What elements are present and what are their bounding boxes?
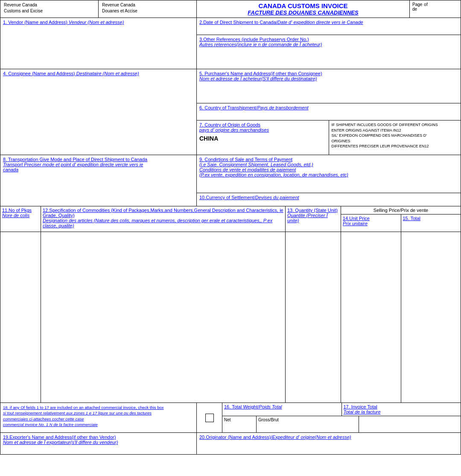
origin-note5: DIFFERENTES PRECISER LEUR PROVENANCE EN1… [332, 144, 429, 148]
col4-label: 14.Unit Price [343, 216, 370, 221]
vendor-right-cells: 2.Date of Direct Shipment to Canada/Date… [197, 18, 461, 69]
origin-left: 7. Country of Origin of Goods pays d' or… [197, 120, 329, 155]
dr-col4 [341, 232, 461, 403]
consignee-right-cells: 5. Purchaser's Name and Address(if other… [197, 69, 461, 155]
th-col1: 11.No of Pkgs Nore de colis [0, 206, 41, 232]
origin-note3: SIL' EXPEDON COMPREND DES MARCHANDISES D… [332, 133, 427, 138]
invoice-label-fr: Total de la facture [344, 409, 381, 414]
de-label: de [412, 7, 417, 12]
ref-label-fr: Autres reterences(inclure ie n de comman… [199, 42, 322, 47]
vendor-label: 1. Vendor (Name and Address) Vendeur (No… [3, 20, 124, 25]
th-col4: Selling Price/Prix de vente 14.Unit Pric… [341, 206, 461, 232]
footer-checkbox [197, 403, 222, 432]
header-page: Page of de [409, 0, 461, 18]
col5-label: 15. Total [403, 216, 420, 221]
transport-label-fr2: canada [3, 167, 18, 172]
col3-label: 13. Quantity (State Unit) Quantite (Prec… [287, 208, 338, 223]
origin-label-fr: pays d' origine des marchandises [199, 127, 269, 132]
tranship-label: 6. Country of Transhipment/Pays de trans… [199, 105, 309, 110]
transport-label-fr1: Transport Preciser mode et point d' expe… [3, 162, 143, 167]
fw-header: 16. Total Weight/Poids Total 17. Invoice… [222, 403, 461, 416]
consignee-cell: 4. Consignee (Name and Address) Destinat… [0, 69, 197, 155]
currency-cell: 10.Currency of Settlement/Devises du pai… [197, 193, 461, 206]
exporter-label-fr: Nom et adresse de Ï exportateur(s'll dif… [3, 440, 118, 445]
customs-invoice-page: Revenue Canada Customs and Excise Revenu… [0, 0, 461, 455]
of-label: of [424, 2, 427, 7]
notice-label: 18. if any Of fields 1 to 17 are include… [3, 405, 164, 410]
row-vendor-date: 1. Vendor (Name and Address) Vendeur (No… [0, 18, 461, 69]
currency-label: 10.Currency of Settlement/Devises du pai… [199, 195, 299, 200]
footer-row1: 18. if any Of fields 1 to 17 are include… [0, 403, 461, 433]
notice-label-fr2: commerciaies ci-attachees cocher cette c… [3, 417, 84, 421]
tranship-cell: 6. Country of Transhipment/Pays de trans… [197, 103, 461, 120]
logo-french-line1: Revenue Canada [102, 3, 135, 7]
originator-cell: 20.Originator (Name and Address)/Expedit… [197, 433, 461, 454]
ref-label: 3.Other References (include Purchaserys … [199, 37, 309, 42]
header-logos: Revenue Canada Customs and Excise Revenu… [0, 0, 197, 18]
origin-value: CHINA [199, 132, 326, 142]
checkbox[interactable] [205, 414, 214, 422]
exporter-cell: 19.Exporter's Name and Address(if other … [0, 433, 197, 454]
header-title: CANADA CUSTOMS INVOICE FACTURE DES DOUAN… [197, 0, 409, 18]
dr-col2 [41, 232, 286, 403]
col1-label: 11.No of Pkgs Nore de colis [2, 208, 32, 218]
fw-weight-label: 16. Total Weight/Poids Total [222, 403, 342, 416]
page-label: Page [412, 2, 422, 7]
weight-label: 16. Total Weight/Poids Total [224, 404, 282, 409]
th-col2: 12.Specification of Commodities (Kind of… [41, 206, 286, 232]
col2-label-fr: Designation des articles (Nature des col… [43, 218, 272, 228]
conditions-label-fr1: (i.e Saie. Consignment Shipment, Leased … [199, 162, 313, 167]
row-consignee: 4. Consignee (Name and Address) Destinat… [0, 69, 461, 155]
gross-label: Gross/Brut [258, 417, 279, 422]
logo-english-line2: Customs and Excise [4, 9, 43, 13]
main-title: CANADA CUSTOMS INVOICE [200, 2, 406, 9]
conditions-cell: 9. Condirtions of Sale and Terms of Paym… [197, 155, 461, 193]
th-col3: 13. Quantity (State Unit) Quantite (Prec… [286, 206, 341, 232]
th-price-split: 14.Unit Price Prix unitaire 15. Total [341, 214, 461, 232]
fw-invoice-label: 17. Invoice Total Total de la facture [342, 403, 461, 416]
exporter-label: 19.Exporter's Name and Address(if other … [3, 435, 116, 440]
ref-cell: 3.Other References (include Purchaserys … [197, 35, 461, 69]
dr-total [401, 232, 461, 403]
footer-notice: 18. if any Of fields 1 to 17 are include… [0, 403, 197, 432]
originator-label: 20.Originator (Name and Address)/Expedit… [199, 435, 351, 440]
fw-net: Net [222, 416, 257, 432]
vendor-cell: 1. Vendor (Name and Address) Vendeur (No… [0, 18, 197, 69]
net-label: Net [224, 417, 231, 422]
fw-gross: Gross/Brut [257, 416, 359, 432]
col4-label-fr: Prix unitaire [343, 221, 368, 226]
col2-label: 12.Specification of Commodities (Kind of… [43, 208, 283, 218]
dr-col3 [286, 232, 341, 403]
origin-note4: ORIGINES [332, 139, 350, 143]
origin-note: IF SHIPMENT INCLUDES GOODS OF DIFFERENT … [329, 120, 461, 155]
th-unit-price: 14.Unit Price Prix unitaire [341, 214, 401, 232]
purchaser-label: 5. Purchaser's Name and Address(if other… [199, 71, 322, 76]
th-total: 15. Total [401, 214, 461, 232]
fw-data: Net Gross/Brut [222, 416, 461, 432]
logo-french-line2: Douanes et Accise [102, 9, 137, 13]
footer-weight-total: 16. Total Weight/Poids Total 17. Invoice… [222, 403, 461, 432]
dr-col1 [0, 232, 41, 403]
selling-price-label: Selling Price/Prix de vente [341, 206, 461, 214]
logo-french: Revenue Canada Douanes et Accise [99, 0, 196, 18]
date-cell: 2.Date of Direct Shipment to Canada/Date… [197, 18, 461, 35]
footer-row2: 19.Exporter's Name and Address(if other … [0, 433, 461, 454]
header: Revenue Canada Customs and Excise Revenu… [0, 0, 461, 18]
conditions-label-fr3: (P.ex vente, expedition en consignation,… [199, 172, 348, 177]
table-header: 11.No of Pkgs Nore de colis 12.Specifica… [0, 206, 461, 232]
logo-english: Revenue Canada Customs and Excise [0, 0, 99, 18]
conditions-label-fr2: Conditions de vente et modaitites de pai… [199, 167, 296, 172]
sub-title: FACTURE DES DOUANES CANADIENNES [200, 9, 406, 16]
origin-note1: IF SHIPMENT INCLUDES GOODS OF DIFFERENT … [332, 123, 438, 127]
dr-unit-price [341, 232, 401, 403]
date-label: 2.Date of Direct Shipment to Canada/Date… [199, 20, 363, 25]
row-transport: 8. Transportation Give Mode and Place of… [0, 155, 461, 206]
logo-english-line1: Revenue Canada [4, 3, 37, 7]
fw-invoice-val [359, 416, 461, 432]
transport-cell: 8. Transportation Give Mode and Place of… [0, 155, 197, 206]
consignee-label: 4. Consignee (Name and Address) Destinat… [3, 71, 139, 76]
notice-label-fr3: commercial invoice No. 1 N de la factre … [3, 422, 98, 427]
purchaser-cell: 5. Purchaser's Name and Address(if other… [197, 69, 461, 103]
transport-right-cells: 9. Condirtions of Sale and Terms of Paym… [197, 155, 461, 206]
data-rows-area [0, 232, 461, 403]
